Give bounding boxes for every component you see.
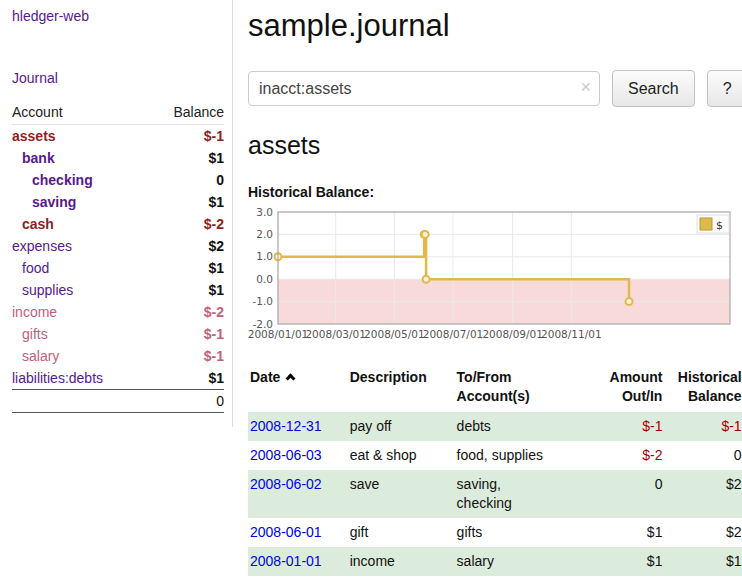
accounts-header-row: Account Balance — [12, 102, 224, 125]
transaction-date-link[interactable]: 2008-12-31 — [250, 418, 322, 434]
transaction-balance: $-1 — [668, 412, 742, 441]
search-form: × Search ? — [248, 70, 742, 107]
account-link-supplies[interactable]: supplies — [22, 282, 73, 298]
transaction-accounts: salary — [455, 547, 591, 576]
transaction-row: 2008-06-01 gift gifts $1 $2 — [248, 518, 742, 547]
account-balance: $1 — [148, 191, 224, 213]
transaction-description: save — [348, 470, 455, 518]
transaction-amount: $-2 — [590, 441, 668, 470]
chart-title: Historical Balance: — [248, 184, 742, 200]
svg-text:3.0: 3.0 — [256, 206, 273, 218]
main-content: sample.journal × Search ? assets Histori… — [233, 0, 742, 576]
register-header-row: Date Description To/From Account(s) Amou… — [248, 366, 742, 412]
account-row: gifts $-1 — [12, 323, 224, 345]
account-heading: assets — [248, 131, 742, 160]
svg-text:2008/05/01: 2008/05/01 — [364, 328, 425, 340]
account-row: expenses $2 — [12, 235, 224, 257]
transaction-date-link[interactable]: 2008-06-01 — [250, 524, 322, 540]
historical-balance-chart: 3.02.01.00.0-1.0-2.02008/01/012008/03/01… — [248, 206, 742, 348]
journal-link[interactable]: Journal — [12, 70, 224, 86]
account-link-food[interactable]: food — [22, 260, 49, 276]
svg-text:2008/07/01: 2008/07/01 — [423, 328, 484, 340]
transaction-description: pay off — [348, 412, 455, 441]
account-row: assets $-1 — [12, 125, 224, 148]
search-input[interactable] — [248, 71, 600, 106]
search-button[interactable]: Search — [612, 70, 695, 107]
transaction-balance: $2 — [668, 518, 742, 547]
accounts-total-value: 0 — [148, 390, 224, 413]
brand-link[interactable]: hledger-web — [12, 8, 224, 24]
legend-swatch — [700, 218, 712, 230]
account-balance: $-1 — [148, 323, 224, 345]
transaction-date-link[interactable]: 2008-01-01 — [250, 553, 322, 569]
column-header-accounts: To/From Account(s) — [455, 366, 591, 412]
transaction-accounts: debts — [455, 412, 591, 441]
account-link-liabilities-debts[interactable]: liabilities:debts — [12, 370, 103, 386]
account-link-expenses[interactable]: expenses — [12, 238, 72, 254]
account-row: food $1 — [12, 257, 224, 279]
legend-label: $ — [716, 219, 723, 232]
account-link-saving[interactable]: saving — [32, 194, 76, 210]
account-balance: $1 — [148, 279, 224, 301]
transaction-balance: $2 — [668, 470, 742, 518]
data-point-marker — [626, 298, 633, 305]
account-balance: $2 — [148, 235, 224, 257]
column-header-date[interactable]: Date — [248, 366, 348, 412]
transaction-balance: 0 — [668, 441, 742, 470]
transaction-description: gift — [348, 518, 455, 547]
column-header-historical-balance: Historical Balance — [668, 366, 742, 412]
help-button[interactable]: ? — [707, 70, 742, 107]
account-link-income[interactable]: income — [12, 304, 57, 320]
column-header-amount: Amount Out/In — [590, 366, 668, 412]
account-balance: 0 — [148, 169, 224, 191]
account-balance: $-2 — [148, 213, 224, 235]
account-row: checking 0 — [12, 169, 224, 191]
svg-text:2008/11/01: 2008/11/01 — [541, 328, 602, 340]
clear-search-icon[interactable]: × — [580, 77, 591, 98]
transaction-balance: $1 — [668, 547, 742, 576]
account-row: cash $-2 — [12, 213, 224, 235]
account-balance: $-2 — [148, 301, 224, 323]
accounts-total-spacer — [12, 390, 148, 413]
transaction-accounts: gifts — [455, 518, 591, 547]
data-point-marker — [422, 231, 429, 238]
transaction-description: income — [348, 547, 455, 576]
account-link-assets[interactable]: assets — [12, 128, 56, 144]
account-balance: $1 — [148, 257, 224, 279]
transaction-amount: $1 — [590, 518, 668, 547]
account-row: liabilities:debts $1 — [12, 367, 224, 390]
account-balance: $1 — [148, 147, 224, 169]
accounts-header-balance: Balance — [148, 102, 224, 125]
account-link-bank[interactable]: bank — [22, 150, 55, 166]
account-link-cash[interactable]: cash — [22, 216, 54, 232]
transaction-accounts: saving, checking — [455, 470, 591, 518]
data-point-marker — [423, 276, 430, 283]
transaction-row: 2008-06-02 save saving, checking 0 $2 — [248, 470, 742, 518]
transaction-row: 2008-01-01 income salary $1 $1 — [248, 547, 742, 576]
account-row: supplies $1 — [12, 279, 224, 301]
account-balance: $1 — [148, 367, 224, 390]
transaction-row: 2008-06-03 eat & shop food, supplies $-2… — [248, 441, 742, 470]
transaction-amount: $-1 — [590, 412, 668, 441]
account-row: income $-2 — [12, 301, 224, 323]
svg-text:2008/03/01: 2008/03/01 — [305, 328, 366, 340]
account-link-gifts[interactable]: gifts — [22, 326, 48, 342]
transaction-amount: 0 — [590, 470, 668, 518]
account-link-checking[interactable]: checking — [32, 172, 93, 188]
svg-text:1.0: 1.0 — [256, 250, 273, 262]
svg-text:0.0: 0.0 — [256, 273, 273, 285]
svg-text:2.0: 2.0 — [256, 228, 273, 240]
transaction-amount: $1 — [590, 547, 668, 576]
page-title: sample.journal — [248, 8, 742, 44]
accounts-header-account: Account — [12, 102, 148, 125]
account-balance: $-1 — [148, 125, 224, 148]
register-table: Date Description To/From Account(s) Amou… — [248, 366, 742, 576]
transaction-date-link[interactable]: 2008-06-02 — [250, 476, 322, 492]
search-box: × — [248, 71, 600, 106]
transaction-date-link[interactable]: 2008-06-03 — [250, 447, 322, 463]
account-row: bank $1 — [12, 147, 224, 169]
account-link-salary[interactable]: salary — [22, 348, 59, 364]
account-balance: $-1 — [148, 345, 224, 367]
svg-text:2008/01/01: 2008/01/01 — [248, 328, 308, 340]
column-header-description: Description — [348, 366, 455, 412]
